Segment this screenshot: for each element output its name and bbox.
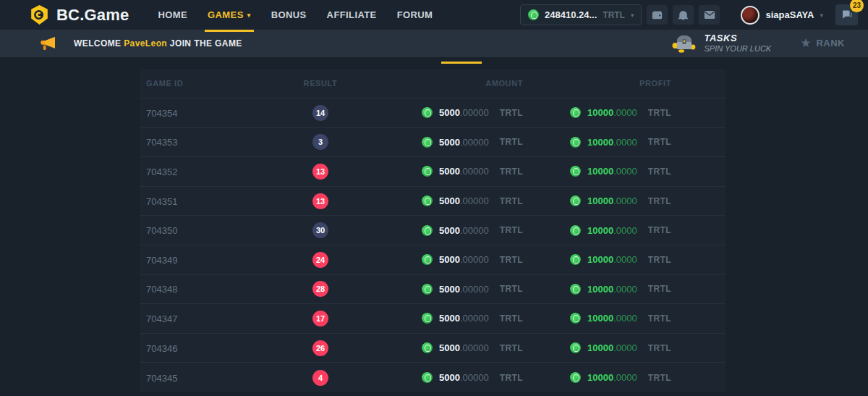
balance-selector[interactable]: 248410.24... TRTL ▾ [520, 4, 642, 25]
chevron-down-icon: ▾ [631, 12, 634, 19]
tasks-shortcut[interactable]: TASKS SPIN YOUR LUCK [672, 33, 771, 54]
user-menu[interactable]: siapaSAYA ▾ [741, 6, 823, 25]
username: siapaSAYA [765, 9, 814, 20]
amount-currency: TRTL [500, 373, 523, 383]
balance-currency: TRTL [603, 10, 625, 20]
table-row[interactable]: 704353 3 5000.00000 TRTL 10000.0000 TRTL [140, 128, 726, 158]
trtl-coin-icon [422, 107, 433, 118]
messages-button[interactable] [699, 5, 720, 25]
col-result: RESULT [292, 79, 349, 88]
megaphone-icon [40, 37, 56, 51]
amount-cell: 5000.00000 TRTL [422, 313, 523, 324]
brand-logo[interactable]: BC.Game [29, 4, 129, 25]
bets-table-body: 704354 14 5000.00000 TRTL 10000.0000 TRT… [140, 98, 726, 392]
announced-username: PaveLeon [124, 38, 167, 49]
amount-cell: 5000.00000 TRTL [422, 107, 523, 118]
profit-cell: 10000.0000 TRTL [570, 372, 671, 383]
table-row[interactable]: 704345 4 5000.00000 TRTL 10000.0000 TRTL [140, 363, 726, 392]
amount-cell: 5000.00000 TRTL [422, 372, 523, 383]
col-profit: PROFIT [523, 79, 671, 88]
nav-affiliate[interactable]: AFFILIATE [317, 0, 387, 30]
trtl-coin-icon [570, 225, 581, 236]
chat-icon [841, 9, 853, 20]
trtl-coin-icon [570, 195, 581, 206]
profit-currency: TRTL [648, 108, 671, 118]
trtl-coin-icon [570, 313, 581, 324]
profit-currency: TRTL [648, 313, 671, 324]
rank-shortcut[interactable]: ★ RANK [800, 37, 845, 49]
nav-games-label: GAMES [208, 9, 244, 20]
nav-forum[interactable]: FORUM [387, 0, 443, 30]
trtl-coin-icon [528, 9, 539, 20]
avatar [741, 6, 760, 25]
table-row[interactable]: 704352 13 5000.00000 TRTL 10000.0000 TRT… [140, 157, 726, 187]
profit-cell: 10000.0000 TRTL [570, 284, 671, 295]
announcement-right: TASKS SPIN YOUR LUCK ★ RANK [672, 33, 855, 54]
amount-cell: 5000.00000 TRTL [422, 166, 523, 177]
trtl-coin-icon [422, 372, 433, 383]
trtl-coin-icon [570, 166, 581, 177]
table-row[interactable]: 704346 26 5000.00000 TRTL 10000.0000 TRT… [140, 334, 726, 363]
trtl-coin-icon [422, 254, 433, 265]
amount-currency: TRTL [500, 225, 523, 235]
profit-currency: TRTL [648, 196, 671, 206]
game-id: 704345 [146, 373, 177, 384]
bell-icon [678, 9, 689, 21]
amount-currency: TRTL [500, 313, 523, 324]
nav-home[interactable]: HOME [148, 0, 197, 30]
bets-history-panel: GAME ID RESULT AMOUNT PROFIT 704354 14 5… [140, 69, 726, 392]
amount-currency: TRTL [500, 137, 523, 147]
result-badge: 26 [312, 340, 328, 356]
result-badge: 4 [312, 370, 328, 386]
table-row[interactable]: 704351 13 5000.00000 TRTL 10000.0000 TRT… [140, 187, 726, 216]
treasure-chest-icon [672, 34, 697, 53]
game-id: 704354 [146, 108, 177, 119]
table-row[interactable]: 704350 30 5000.00000 TRTL 10000.0000 TRT… [140, 216, 726, 245]
amount-cell: 5000.00000 TRTL [422, 225, 523, 236]
game-id: 704346 [146, 343, 177, 354]
amount-currency: TRTL [500, 196, 523, 206]
amount-currency: TRTL [500, 255, 523, 265]
amount-cell: 5000.00000 TRTL [422, 284, 523, 295]
wallet-button[interactable] [647, 5, 668, 25]
brand-name: BC.Game [56, 6, 129, 25]
trtl-coin-icon [570, 342, 581, 353]
balance-value: 248410.24... [545, 9, 597, 20]
wallet-icon [651, 9, 663, 20]
result-badge: 13 [312, 193, 328, 209]
trtl-coin-icon [422, 342, 433, 353]
profit-currency: TRTL [648, 137, 671, 147]
profit-cell: 10000.0000 TRTL [570, 195, 671, 206]
rank-label: RANK [816, 38, 845, 49]
nav-games[interactable]: GAMES ▾ [197, 0, 261, 30]
table-row[interactable]: 704354 14 5000.00000 TRTL 10000.0000 TRT… [140, 98, 726, 128]
result-badge: 3 [312, 134, 328, 150]
nav-bonus[interactable]: BONUS [261, 0, 317, 30]
result-badge: 13 [312, 164, 328, 180]
amount-currency: TRTL [500, 284, 523, 294]
tasks-title: TASKS [704, 33, 771, 44]
trtl-coin-icon [422, 137, 433, 148]
notifications-button[interactable] [673, 5, 694, 25]
chevron-down-icon: ▾ [247, 12, 251, 19]
table-row[interactable]: 704349 24 5000.00000 TRTL 10000.0000 TRT… [140, 245, 726, 275]
game-id: 704352 [146, 167, 177, 177]
header-right-cluster: 248410.24... TRTL ▾ [520, 4, 858, 25]
trtl-coin-icon [570, 284, 581, 295]
star-icon: ★ [800, 37, 811, 49]
trtl-coin-icon [570, 372, 581, 383]
amount-currency: TRTL [500, 167, 523, 177]
col-amount: AMOUNT [349, 79, 523, 88]
profit-cell: 10000.0000 TRTL [570, 342, 671, 353]
trtl-coin-icon [570, 254, 581, 265]
table-row[interactable]: 704348 28 5000.00000 TRTL 10000.0000 TRT… [140, 275, 726, 305]
profit-cell: 10000.0000 TRTL [570, 254, 671, 265]
table-row[interactable]: 704347 17 5000.00000 TRTL 10000.0000 TRT… [140, 304, 726, 334]
profit-currency: TRTL [648, 225, 671, 235]
trtl-coin-icon [570, 137, 581, 148]
game-id: 704351 [146, 196, 177, 207]
chat-button[interactable]: 23 [835, 4, 858, 25]
result-badge: 24 [312, 252, 328, 268]
amount-cell: 5000.00000 TRTL [422, 195, 523, 206]
profit-cell: 10000.0000 TRTL [570, 313, 671, 324]
